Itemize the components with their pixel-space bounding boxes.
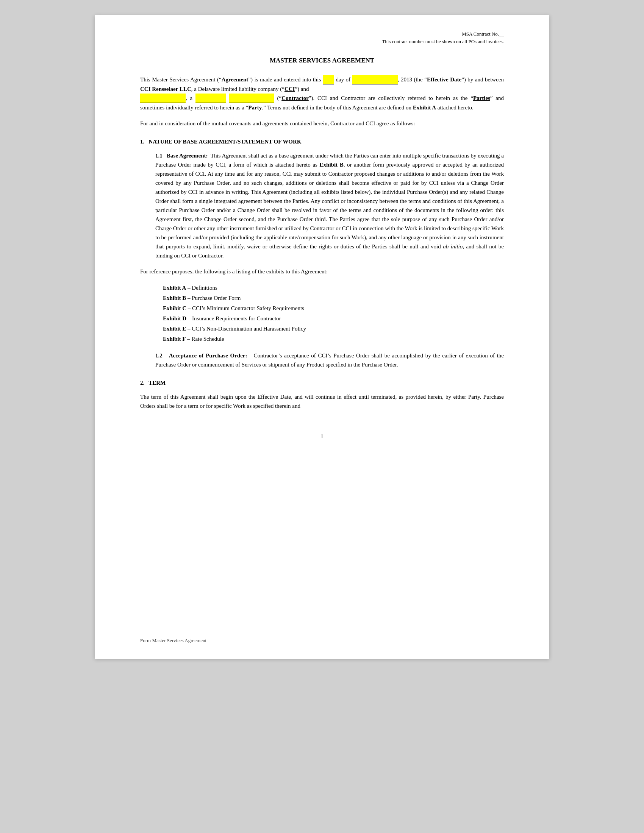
exhibit-e-label: Exhibit E bbox=[163, 326, 186, 332]
exhibit-b-dash: – bbox=[188, 295, 190, 301]
intro-part3: day of bbox=[334, 77, 352, 82]
page-number: 1 bbox=[140, 433, 504, 440]
footer-text: Form Master Services Agreement bbox=[140, 638, 206, 644]
exhibit-d-label: Exhibit D bbox=[163, 315, 187, 322]
party-term: Party bbox=[248, 105, 262, 111]
exhibit-a-label: Exhibit A bbox=[163, 285, 186, 291]
subsection-1-2: 1.2 Acceptance of Purchase Order: Contra… bbox=[155, 351, 504, 369]
parties-term: Parties bbox=[473, 95, 490, 101]
agreement-term: Agreement bbox=[222, 77, 248, 82]
exhibit-d-dash: – bbox=[188, 315, 191, 322]
exhibit-a-ref: Exhibit A bbox=[413, 105, 436, 111]
exhibit-b-label: Exhibit B bbox=[163, 295, 186, 301]
section1-header: 1. NATURE OF BASE AGREEMENT/STATEMENT OF… bbox=[140, 138, 504, 145]
exhibit-c-desc: CCI’s Minimum Contractor Safety Requirem… bbox=[192, 305, 304, 311]
subsection-1-2-number: 1.2 bbox=[155, 352, 163, 359]
exhibit-a-item: Exhibit A – Definitions bbox=[163, 283, 504, 293]
document-title: MASTER SERVICES AGREEMENT bbox=[140, 57, 504, 64]
contractor-term: Contractor bbox=[282, 95, 309, 101]
exhibit-b-desc: Purchase Order Form bbox=[192, 295, 241, 301]
exhibit-f-desc: Rate Schedule bbox=[191, 336, 224, 342]
exhibit-b-ref: Exhibit B bbox=[320, 162, 344, 168]
exhibit-list: Exhibit A – Definitions Exhibit B – Purc… bbox=[163, 283, 504, 344]
exhibit-e-item: Exhibit E – CCI’s Non-Discrimination and… bbox=[163, 324, 504, 334]
consideration-text: For and in consideration of the mutual c… bbox=[140, 121, 415, 127]
entity-blank[interactable] bbox=[229, 93, 274, 103]
exhibit-e-dash: – bbox=[188, 326, 190, 332]
section1-number: 1. bbox=[140, 138, 144, 145]
state-blank[interactable] bbox=[195, 93, 226, 103]
section1-title: NATURE OF BASE AGREEMENT/STATEMENT OF WO… bbox=[149, 138, 301, 145]
day-blank[interactable] bbox=[323, 75, 334, 84]
subsection-1-1-text: 1.1 Base Agreement: This Agreement shall… bbox=[155, 151, 504, 260]
exhibit-c-label: Exhibit C bbox=[163, 305, 187, 311]
cci-name: CCI Rensselaer LLC bbox=[140, 86, 191, 92]
section2-header: 2. TERM bbox=[140, 380, 504, 386]
section2-paragraph: The term of this Agreement shall begin u… bbox=[140, 392, 504, 410]
intro-spacer bbox=[226, 95, 229, 101]
contractor-name-blank[interactable] bbox=[140, 93, 186, 103]
section2-number: 2. bbox=[140, 380, 144, 386]
exhibit-c-item: Exhibit C – CCI’s Minimum Contractor Saf… bbox=[163, 303, 504, 314]
document-page: MSA Contract No.__ This contract number … bbox=[95, 15, 549, 659]
header-right: MSA Contract No.__ This contract number … bbox=[382, 30, 504, 45]
contract-number-label: MSA Contract No.__ bbox=[382, 30, 504, 38]
subsection-1-1-number: 1.1 bbox=[155, 153, 163, 159]
exhibit-b-item: Exhibit B – Purchase Order Form bbox=[163, 293, 504, 303]
subsection-1-2-text: 1.2 Acceptance of Purchase Order: Contra… bbox=[155, 351, 504, 369]
contract-note: This contract number must be shown on al… bbox=[382, 38, 504, 45]
date-blank[interactable] bbox=[352, 75, 398, 84]
subsection-1-1-title: Base Agreement: bbox=[167, 153, 208, 159]
intro-part1: This Master Services Agreement (“Agreeme… bbox=[140, 77, 323, 82]
exhibit-a-desc: Definitions bbox=[192, 285, 217, 291]
exhibit-c-dash: – bbox=[188, 305, 191, 311]
exhibit-d-item: Exhibit D – Insurance Requirements for C… bbox=[163, 314, 504, 324]
exhibit-d-desc: Insurance Requirements for Contractor bbox=[192, 315, 281, 322]
exhibit-f-label: Exhibit F bbox=[163, 336, 186, 342]
cci-term: CCI bbox=[285, 86, 295, 92]
consideration-paragraph: For and in consideration of the mutual c… bbox=[140, 119, 504, 128]
exhibit-a-dash: – bbox=[188, 285, 190, 291]
section2-title: TERM bbox=[148, 380, 166, 386]
intro-part8: , a bbox=[186, 95, 195, 101]
subsection-1-1: 1.1 Base Agreement: This Agreement shall… bbox=[155, 151, 504, 260]
exhibits-intro: For reference purposes, the following is… bbox=[140, 267, 504, 276]
exhibit-f-dash: – bbox=[187, 336, 190, 342]
effective-date-term: Effective Date bbox=[427, 77, 461, 82]
intro-paragraph: This Master Services Agreement (“Agreeme… bbox=[140, 75, 504, 112]
subsection-1-2-title: Acceptance of Purchase Order: bbox=[169, 352, 247, 359]
exhibit-f-item: Exhibit F – Rate Schedule bbox=[163, 334, 504, 344]
ab-initio: ab initio bbox=[443, 243, 462, 249]
exhibit-e-desc: CCI’s Non-Discrimination and Harassment … bbox=[192, 326, 306, 332]
